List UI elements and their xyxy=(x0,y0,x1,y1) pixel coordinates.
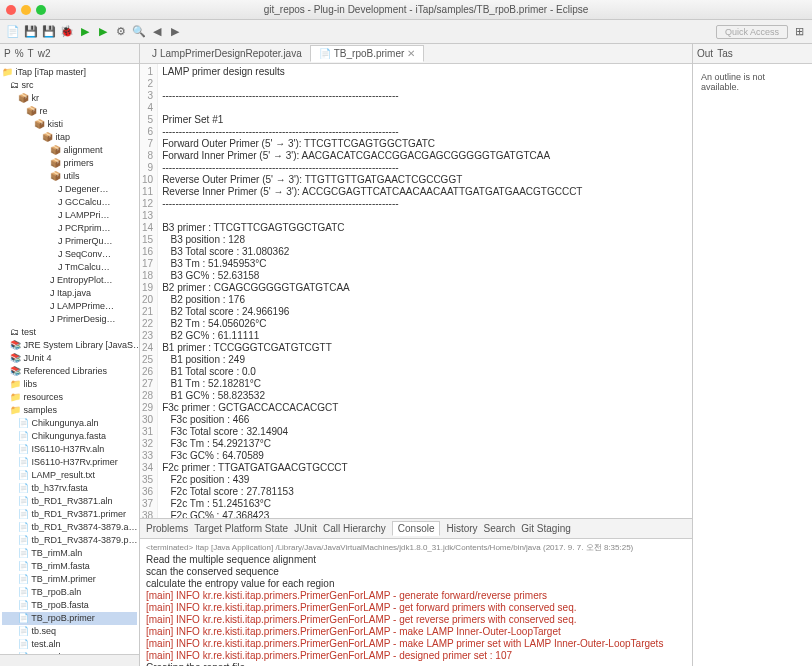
console-view[interactable]: <terminated> Itap [Java Application] /Li… xyxy=(140,539,692,666)
tree-item[interactable]: 📚 JUnit 4 xyxy=(2,352,137,365)
tree-item[interactable]: 📄 Chikungunya.fasta xyxy=(2,430,137,443)
save-icon[interactable]: 💾 xyxy=(24,25,38,39)
project-tree[interactable]: 📁 iTap [iTap master]🗂 src📦 kr📦 re📦 kisti… xyxy=(0,64,139,654)
tree-item[interactable]: 📄 TB_rimM.primer xyxy=(2,573,137,586)
tree-item[interactable]: 📄 Chikungunya.aln xyxy=(2,417,137,430)
tree-item[interactable]: J PrimerDesig… xyxy=(2,313,137,326)
tree-item[interactable]: J PrimerQu… xyxy=(2,235,137,248)
zoom-icon[interactable] xyxy=(36,5,46,15)
tree-item[interactable]: 📄 IS6110-H37Rv.primer xyxy=(2,456,137,469)
tree-item[interactable]: J Degener… xyxy=(2,183,137,196)
bottom-tab-console[interactable]: Console xyxy=(392,521,441,536)
tree-item[interactable]: 📁 resources xyxy=(2,391,137,404)
tree-item[interactable]: 📄 tb.seq xyxy=(2,625,137,638)
tree-item[interactable]: 📄 TB_rpoB.aln xyxy=(2,586,137,599)
tree-item[interactable]: J SeqConv… xyxy=(2,248,137,261)
console-line: Creating the report file... xyxy=(146,662,686,666)
tab-pct[interactable]: % xyxy=(15,48,24,59)
tree-item[interactable]: 🗂 src xyxy=(2,79,137,92)
console-header: <terminated> Itap [Java Application] /Li… xyxy=(146,542,686,554)
tree-item[interactable]: 📄 IS6110-H37Rv.aln xyxy=(2,443,137,456)
tab-outline[interactable]: Out xyxy=(697,48,713,59)
perspective-icon[interactable]: ⊞ xyxy=(792,25,806,39)
tree-item[interactable]: 📄 tb_h37rv.fasta xyxy=(2,482,137,495)
bottom-tab-problems[interactable]: Problems xyxy=(146,523,188,534)
bottom-tab-search[interactable]: Search xyxy=(484,523,516,534)
console-line: [main] INFO kr.re.kisti.itap.primers.Pri… xyxy=(146,638,686,650)
tab-w2[interactable]: w2 xyxy=(38,48,51,59)
text-editor[interactable]: 1 2 3 4 5 6 7 8 9 10 11 12 13 14 15 16 1… xyxy=(140,64,692,518)
tree-item[interactable]: 📚 JRE System Library [JavaS… xyxy=(2,339,137,352)
tree-item[interactable]: 📄 TB_rpoB.fasta xyxy=(2,599,137,612)
search-icon[interactable]: 🔍 xyxy=(132,25,146,39)
debug-icon[interactable]: 🐞 xyxy=(60,25,74,39)
window-title: git_repos - Plug-in Development - iTap/s… xyxy=(46,4,806,15)
close-tab-icon[interactable]: ✕ xyxy=(407,48,415,59)
tree-item[interactable]: 📦 utils xyxy=(2,170,137,183)
console-line: [main] INFO kr.re.kisti.itap.primers.Pri… xyxy=(146,602,686,614)
console-line: [main] INFO kr.re.kisti.itap.primers.Pri… xyxy=(146,650,686,662)
bottom-tab-git-staging[interactable]: Git Staging xyxy=(521,523,570,534)
tree-item[interactable]: J GCCalcu… xyxy=(2,196,137,209)
tree-item[interactable]: 📚 Referenced Libraries xyxy=(2,365,137,378)
nav-fwd-icon[interactable]: ▶ xyxy=(168,25,182,39)
bottom-tab-junit[interactable]: JUnit xyxy=(294,523,317,534)
tree-item[interactable]: 📄 tb_RD1_Rv3874-3879.a… xyxy=(2,521,137,534)
tree-item[interactable]: 📁 libs xyxy=(2,378,137,391)
titlebar: git_repos - Plug-in Development - iTap/s… xyxy=(0,0,812,20)
bottom-tab-call-hierarchy[interactable]: Call Hierarchy xyxy=(323,523,386,534)
tree-item[interactable]: 📄 tb_RD1_Rv3874-3879.p… xyxy=(2,534,137,547)
tab-pkg[interactable]: P xyxy=(4,48,11,59)
java-file-icon: J xyxy=(152,48,157,59)
editor-tab-java[interactable]: J LampPrimerDesignRepoter.java xyxy=(144,46,310,61)
tree-item[interactable]: 📄 LAMP_result.txt xyxy=(2,469,137,482)
run-icon[interactable]: ▶ xyxy=(78,25,92,39)
tree-item[interactable]: 📄 test.aln xyxy=(2,638,137,651)
tree-item[interactable]: J LAMPPrime… xyxy=(2,300,137,313)
tree-item[interactable]: 🗂 test xyxy=(2,326,137,339)
tab-tasks[interactable]: Tas xyxy=(717,48,733,59)
tree-item[interactable]: 📄 TB_rimM.aln xyxy=(2,547,137,560)
minimize-icon[interactable] xyxy=(21,5,31,15)
bottom-panel: ProblemsTarget Platform StateJUnitCall H… xyxy=(140,518,692,666)
console-line: [main] INFO kr.re.kisti.itap.primers.Pri… xyxy=(146,614,686,626)
tree-item[interactable]: 📁 iTap [iTap master] xyxy=(2,66,137,79)
tree-item[interactable]: J PCRprim… xyxy=(2,222,137,235)
quick-access[interactable]: Quick Access xyxy=(716,25,788,39)
new-icon[interactable]: 📄 xyxy=(6,25,20,39)
close-icon[interactable] xyxy=(6,5,16,15)
tree-item[interactable]: 📄 TB_rpoB.primer xyxy=(2,612,137,625)
bottom-tab-history[interactable]: History xyxy=(446,523,477,534)
nav-back-icon[interactable]: ◀ xyxy=(150,25,164,39)
build-icon[interactable]: ⚙ xyxy=(114,25,128,39)
tree-item[interactable]: J TmCalcu… xyxy=(2,261,137,274)
tree-item[interactable]: J LAMPPri… xyxy=(2,209,137,222)
tree-item[interactable]: J Itap.java xyxy=(2,287,137,300)
scrollbar-h[interactable] xyxy=(0,654,139,666)
tree-item[interactable]: 📄 tb_RD1_Rv3871.primer xyxy=(2,508,137,521)
editor-content[interactable]: LAMP primer design results -------------… xyxy=(158,64,586,518)
tree-item[interactable]: 📄 TB_rimM.fasta xyxy=(2,560,137,573)
console-line: scan the conserved sequence xyxy=(146,566,686,578)
console-line: [main] INFO kr.re.kisti.itap.primers.Pri… xyxy=(146,590,686,602)
text-file-icon: 📄 xyxy=(319,48,331,59)
tree-item[interactable]: J EntropyPlot… xyxy=(2,274,137,287)
tree-item[interactable]: 📦 primers xyxy=(2,157,137,170)
tree-item[interactable]: 📁 samples xyxy=(2,404,137,417)
tree-item[interactable]: 📦 kisti xyxy=(2,118,137,131)
tab-t[interactable]: T xyxy=(28,48,34,59)
bottom-tabs: ProblemsTarget Platform StateJUnitCall H… xyxy=(140,519,692,539)
tree-item[interactable]: 📦 re xyxy=(2,105,137,118)
editor-tab-primer[interactable]: 📄 TB_rpoB.primer ✕ xyxy=(310,45,425,62)
bottom-tab-target-platform-state[interactable]: Target Platform State xyxy=(194,523,288,534)
save-all-icon[interactable]: 💾 xyxy=(42,25,56,39)
package-explorer: P % T w2 📁 iTap [iTap master]🗂 src📦 kr📦 … xyxy=(0,44,140,666)
run-ext-icon[interactable]: ▶ xyxy=(96,25,110,39)
console-line: [main] INFO kr.re.kisti.itap.primers.Pri… xyxy=(146,626,686,638)
tree-item[interactable]: 📦 itap xyxy=(2,131,137,144)
right-tabs: Out Tas xyxy=(693,44,812,64)
tree-item[interactable]: 📄 tb_RD1_Rv3871.aln xyxy=(2,495,137,508)
tree-item[interactable]: 📦 kr xyxy=(2,92,137,105)
tree-item[interactable]: 📦 alignment xyxy=(2,144,137,157)
editor-tabs: J LampPrimerDesignRepoter.java 📄 TB_rpoB… xyxy=(140,44,692,64)
